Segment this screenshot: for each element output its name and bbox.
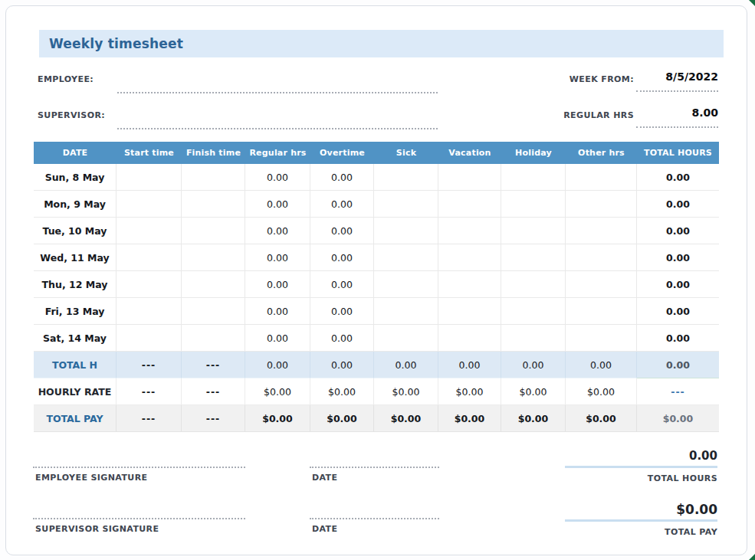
holiday-cell[interactable]: [501, 218, 566, 244]
hourly-rate-sick[interactable]: $0.00: [374, 378, 438, 405]
hourly-rate-regular[interactable]: $0.00: [245, 378, 310, 405]
start-time-cell[interactable]: [117, 164, 182, 191]
total-h-row: TOTAL H --- --- 0.00 0.00 0.00 0.00 0.00…: [34, 352, 719, 378]
other-hrs-cell[interactable]: [566, 191, 637, 218]
total-pay-summary-value: $0.00: [564, 502, 717, 517]
overtime-cell[interactable]: 0.00: [310, 271, 374, 298]
holiday-cell[interactable]: [501, 271, 566, 298]
regular-hrs-label: REGULAR HRS: [537, 110, 634, 120]
total-pay-holiday: $0.00: [501, 405, 566, 432]
finish-time-cell[interactable]: [182, 244, 245, 271]
overtime-cell[interactable]: 0.00: [310, 244, 374, 271]
start-time-cell[interactable]: [117, 218, 182, 244]
hourly-rate-holiday[interactable]: $0.00: [501, 378, 566, 405]
total-h-total: 0.00: [637, 352, 719, 378]
regular-hrs-cell[interactable]: 0.00: [245, 325, 310, 352]
regular-hrs-cell[interactable]: 0.00: [245, 244, 310, 271]
total-hours-cell: 0.00: [637, 298, 719, 325]
total-h-overtime: 0.00: [310, 352, 374, 378]
holiday-cell[interactable]: [501, 244, 566, 271]
vacation-cell[interactable]: [438, 218, 501, 244]
total-hours-cell: 0.00: [637, 191, 719, 218]
hourly-rate-total: ---: [637, 378, 719, 405]
total-pay-label: TOTAL PAY: [34, 405, 117, 432]
regular-hrs-cell[interactable]: 0.00: [245, 271, 310, 298]
date-cell: Thu, 12 May: [34, 271, 117, 298]
overtime-cell[interactable]: 0.00: [310, 191, 374, 218]
hourly-rate-finish: ---: [182, 378, 245, 405]
total-pay-total: $0.00: [637, 405, 719, 432]
sick-cell[interactable]: [374, 191, 438, 218]
regular-hrs-cell[interactable]: 0.00: [245, 218, 310, 244]
other-hrs-cell[interactable]: [566, 325, 637, 352]
table-header-row: DATE Start time Finish time Regular hrs …: [34, 142, 719, 164]
column-header-date: DATE: [34, 142, 117, 164]
start-time-cell[interactable]: [117, 271, 182, 298]
total-h-sick: 0.00: [374, 352, 438, 378]
hourly-rate-other[interactable]: $0.00: [566, 378, 637, 405]
total-pay-vacation: $0.00: [438, 405, 501, 432]
hourly-rate-vacation[interactable]: $0.00: [438, 378, 501, 405]
finish-time-cell[interactable]: [182, 218, 245, 244]
date-line: [310, 518, 439, 519]
column-header-overtime: Overtime: [310, 142, 374, 164]
finish-time-cell[interactable]: [182, 271, 245, 298]
holiday-cell[interactable]: [501, 164, 566, 191]
holiday-cell[interactable]: [501, 191, 566, 218]
total-pay-underline: [565, 519, 717, 522]
total-pay-overtime: $0.00: [310, 405, 374, 432]
finish-time-cell[interactable]: [182, 325, 245, 352]
sick-cell[interactable]: [374, 244, 438, 271]
vacation-cell[interactable]: [438, 298, 501, 325]
resize-handle-bottom-right[interactable]: [749, 554, 755, 560]
resize-handle-top-right[interactable]: [749, 0, 755, 6]
employee-signature-label: EMPLOYEE SIGNATURE: [35, 473, 147, 483]
vacation-cell[interactable]: [438, 271, 501, 298]
sick-cell[interactable]: [374, 325, 438, 352]
column-header-other-hrs: Other hrs: [566, 142, 637, 164]
overtime-cell[interactable]: 0.00: [310, 325, 374, 352]
regular-hrs-value[interactable]: 8.00: [636, 106, 718, 119]
other-hrs-cell[interactable]: [566, 164, 637, 191]
day-row: Wed, 11 May 0.00 0.00 0.00: [34, 244, 719, 271]
sick-cell[interactable]: [374, 298, 438, 325]
regular-hrs-cell[interactable]: 0.00: [245, 191, 310, 218]
week-from-value[interactable]: 8/5/2022: [636, 70, 718, 83]
sick-cell[interactable]: [374, 218, 438, 244]
start-time-cell[interactable]: [117, 325, 182, 352]
vacation-cell[interactable]: [438, 325, 501, 352]
date-cell: Tue, 10 May: [34, 218, 117, 244]
hourly-rate-overtime[interactable]: $0.00: [310, 378, 374, 405]
start-time-cell[interactable]: [117, 298, 182, 325]
holiday-cell[interactable]: [501, 298, 566, 325]
finish-time-cell[interactable]: [182, 191, 245, 218]
sick-cell[interactable]: [374, 271, 438, 298]
column-header-total-hours: TOTAL HOURS: [637, 142, 719, 164]
start-time-cell[interactable]: [117, 244, 182, 271]
regular-hrs-cell[interactable]: 0.00: [245, 164, 310, 191]
other-hrs-cell[interactable]: [566, 218, 637, 244]
finish-time-cell[interactable]: [182, 298, 245, 325]
sick-cell[interactable]: [374, 164, 438, 191]
regular-hrs-cell[interactable]: 0.00: [245, 298, 310, 325]
vacation-cell[interactable]: [438, 244, 501, 271]
other-hrs-cell[interactable]: [566, 244, 637, 271]
vacation-cell[interactable]: [438, 191, 501, 218]
overtime-cell[interactable]: 0.00: [310, 164, 374, 191]
date-line: [310, 467, 439, 468]
overtime-cell[interactable]: 0.00: [310, 298, 374, 325]
vacation-cell[interactable]: [438, 164, 501, 191]
other-hrs-cell[interactable]: [566, 271, 637, 298]
overtime-cell[interactable]: 0.00: [310, 218, 374, 244]
other-hrs-cell[interactable]: [566, 298, 637, 325]
employee-input-line[interactable]: [117, 92, 438, 93]
week-from-input-line: [636, 90, 718, 92]
holiday-cell[interactable]: [501, 325, 566, 352]
column-header-finish-time: Finish time: [182, 142, 245, 164]
total-pay-finish: ---: [182, 405, 245, 432]
total-hours-summary-value: 0.00: [564, 449, 717, 463]
start-time-cell[interactable]: [117, 191, 182, 218]
finish-time-cell[interactable]: [182, 164, 245, 191]
supervisor-input-line[interactable]: [117, 128, 438, 129]
total-hours-cell: 0.00: [637, 271, 719, 298]
